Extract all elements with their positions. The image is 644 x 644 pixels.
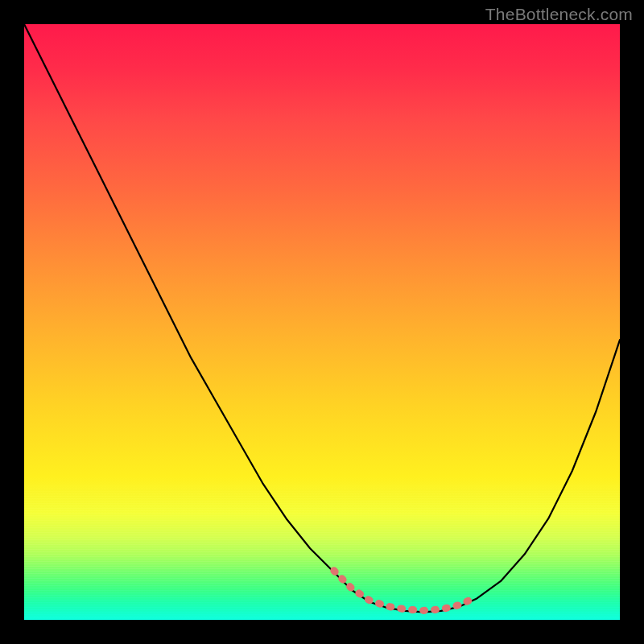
chart-svg xyxy=(24,24,620,620)
plot-area xyxy=(24,24,620,620)
chart-stage: TheBottleneck.com xyxy=(0,0,644,644)
valley-highlight-path xyxy=(334,571,477,611)
watermark-text: TheBottleneck.com xyxy=(485,5,633,24)
bottleneck-curve-path xyxy=(24,24,620,612)
